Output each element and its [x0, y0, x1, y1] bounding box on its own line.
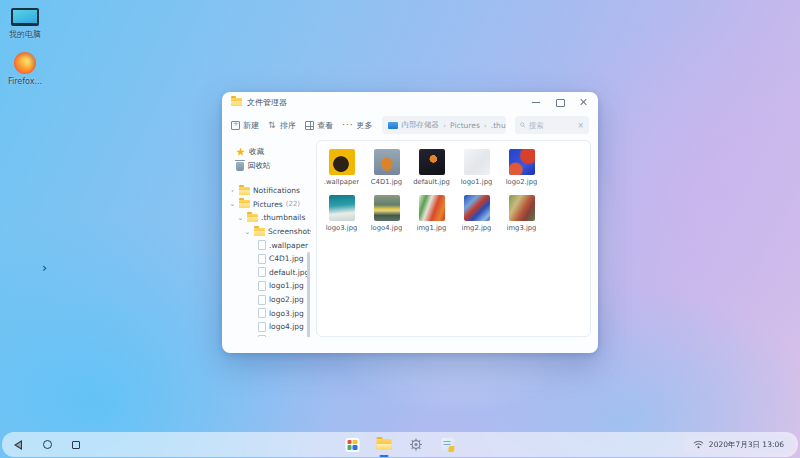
tree-item-file[interactable]: .wallpaper	[227, 238, 311, 252]
tree-item-file[interactable]: logo3.jpg	[227, 306, 311, 320]
file-icon	[258, 335, 266, 337]
folder-icon	[247, 214, 258, 222]
file-tile[interactable]: C4D1.jpg	[364, 149, 409, 186]
item-count: (22)	[286, 200, 300, 208]
close-button[interactable]	[579, 97, 589, 107]
chevron-down-icon[interactable]: ⌄	[237, 214, 244, 222]
desktop: 我的电脑 Firefox... › 文件管理器 新建 排序	[0, 0, 800, 458]
sort-arrows-icon	[268, 121, 277, 130]
clear-search-icon[interactable]: ×	[577, 121, 584, 130]
sort-button[interactable]: 排序	[268, 120, 296, 131]
breadcrumb-segment[interactable]: Pictures	[450, 121, 480, 130]
active-app-indicator	[380, 455, 389, 457]
taskbar: 2020年7月3日 13:06	[2, 432, 798, 457]
breadcrumb-separator: ›	[484, 121, 487, 130]
tree-item-file[interactable]: C4D1.jpg	[227, 252, 311, 266]
tree-item-thumbnails[interactable]: ⌄ .thumbnails	[227, 211, 311, 225]
sidebar: 收藏 回收站 › Notifications ⌄ Pictures	[227, 140, 311, 337]
app-folder-icon	[231, 98, 242, 106]
file-tile[interactable]: img1.jpg	[409, 195, 454, 232]
desktop-icon-label: 我的电脑	[2, 29, 48, 40]
chevron-down-icon[interactable]: ⌄	[244, 228, 251, 236]
sidebar-item-favorites[interactable]: 收藏	[227, 145, 311, 159]
taskbar-app-settings[interactable]	[408, 435, 425, 454]
window-titlebar[interactable]: 文件管理器	[222, 92, 598, 112]
folder-icon	[377, 439, 392, 450]
more-button[interactable]: ··· 更多	[342, 120, 373, 131]
search-icon	[520, 121, 526, 129]
tree-item-file[interactable]: logo4.jpg	[227, 320, 311, 334]
file-icon	[258, 240, 266, 250]
tree-item-file[interactable]: logo2.jpg	[227, 293, 311, 307]
maximize-button[interactable]	[555, 97, 565, 107]
tree-item-screenshots[interactable]: ⌄ Screenshots	[227, 225, 311, 239]
file-tile[interactable]: logo2.jpg	[499, 149, 544, 186]
new-button[interactable]: 新建	[231, 120, 259, 131]
file-manager-window: 文件管理器 新建 排序 查看 ··· 更多	[222, 92, 598, 353]
tree-item-file[interactable]: logo1.jpg	[227, 279, 311, 293]
desktop-icon-firefox[interactable]: Firefox...	[2, 52, 48, 86]
status-tray[interactable]: 2020年7月3日 13:06	[683, 435, 794, 454]
file-tile[interactable]: .wallpaper	[319, 149, 364, 186]
breadcrumb[interactable]: 内部存储器 › Pictures › .thumbnails › Screens…	[382, 116, 506, 134]
file-thumbnail	[374, 149, 400, 175]
sidebar-scrollbar[interactable]	[307, 252, 310, 337]
app-grid-icon	[345, 438, 359, 452]
tree-item-pictures[interactable]: ⌄ Pictures (22)	[227, 198, 311, 212]
trash-icon	[236, 162, 244, 171]
file-tile[interactable]: logo1.jpg	[454, 149, 499, 186]
minimize-button[interactable]	[531, 97, 541, 107]
file-grid: .wallpaper C4D1.jpg default.jpg logo1.jp…	[316, 140, 591, 337]
file-icon	[258, 281, 266, 291]
sidebar-item-trash[interactable]: 回收站	[227, 159, 311, 173]
search-box[interactable]: ×	[515, 116, 589, 134]
desktop-icon-label: Firefox...	[2, 77, 48, 86]
taskbar-app-documents[interactable]	[440, 435, 457, 454]
wifi-icon	[693, 440, 704, 449]
file-icon	[258, 295, 266, 305]
panel-expand-arrow[interactable]: ›	[42, 260, 47, 275]
tree-item-file[interactable]: img1.jpg	[227, 334, 311, 337]
firefox-icon	[14, 52, 36, 74]
computer-icon	[11, 8, 39, 26]
breadcrumb-separator: ›	[443, 121, 446, 130]
file-icon	[258, 267, 266, 277]
clock: 2020年7月3日 13:06	[709, 440, 784, 450]
back-button[interactable]	[12, 439, 24, 451]
file-tile[interactable]: img2.jpg	[454, 195, 499, 232]
file-thumbnail	[464, 149, 490, 175]
breadcrumb-segment[interactable]: .thumbnails	[491, 121, 506, 130]
file-thumbnail	[329, 149, 355, 175]
gear-icon	[409, 437, 424, 452]
file-thumbnail	[464, 195, 490, 221]
chevron-down-icon[interactable]: ⌄	[229, 200, 236, 208]
ellipsis-icon: ···	[342, 120, 354, 130]
file-thumbnail	[509, 149, 535, 175]
file-tile[interactable]: default.jpg	[409, 149, 454, 186]
file-thumbnail	[374, 195, 400, 221]
document-icon	[442, 438, 455, 452]
file-icon	[258, 308, 266, 318]
file-tile[interactable]: logo4.jpg	[364, 195, 409, 232]
folder-tree: › Notifications ⌄ Pictures (22) ⌄ .thumb…	[227, 184, 311, 337]
tree-item-file[interactable]: default.jpg	[227, 266, 311, 280]
breadcrumb-segment[interactable]: 内部存储器	[402, 120, 440, 130]
file-icon	[258, 322, 266, 332]
taskbar-app-launcher[interactable]	[344, 435, 361, 454]
storage-drive-icon	[388, 122, 398, 129]
file-tile[interactable]: img3.jpg	[499, 195, 544, 232]
taskbar-app-files[interactable]	[376, 435, 393, 454]
search-input[interactable]	[529, 121, 575, 130]
file-thumbnail	[419, 149, 445, 175]
back-triangle-icon	[14, 440, 22, 450]
folder-icon	[239, 200, 250, 208]
desktop-icon-my-computer[interactable]: 我的电脑	[2, 8, 48, 40]
chevron-right-icon[interactable]: ›	[229, 187, 236, 195]
file-icon	[258, 254, 266, 264]
tree-item-notifications[interactable]: › Notifications	[227, 184, 311, 198]
home-button[interactable]	[41, 439, 53, 451]
file-thumbnail	[329, 195, 355, 221]
recents-button[interactable]	[70, 439, 82, 451]
view-button[interactable]: 查看	[305, 120, 333, 131]
file-tile[interactable]: logo3.jpg	[319, 195, 364, 232]
